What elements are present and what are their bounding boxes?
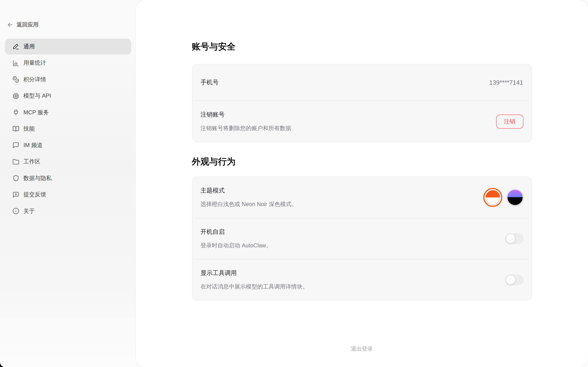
dark-theme-option[interactable] — [507, 189, 523, 206]
phone-row: 手机号 139****7141 — [192, 64, 532, 101]
sidebar-item-usage-stats[interactable]: 用量统计 — [5, 55, 131, 71]
account-card: 手机号 139****7141 注销账号 注销账号将删除您的账户和所有数据 注销 — [192, 64, 532, 142]
autostart-description: 登录时自动启动 AutoClaw。 — [201, 242, 272, 249]
sidebar-item-models-api[interactable]: 模型与 API — [5, 88, 131, 104]
sidebar-item-label: MCP 服务 — [24, 109, 49, 116]
light-theme-swatch — [485, 190, 500, 205]
sidebar-item-mcp[interactable]: MCP 服务 — [5, 104, 131, 120]
pencil-icon — [12, 43, 19, 50]
app-window: 返回应用 通用 用量统计 积分详情 模型与 API — [0, 0, 588, 367]
folder-icon — [12, 158, 19, 165]
theme-options — [483, 188, 523, 207]
sidebar: 返回应用 通用 用量统计 积分详情 模型与 API — [0, 0, 136, 367]
sidebar-item-label: 工作区 — [24, 158, 40, 165]
sidebar-item-label: 用量统计 — [24, 59, 46, 67]
logout-button[interactable]: 退出登录 — [351, 345, 373, 353]
message-icon — [12, 142, 19, 149]
theme-mode-row: 主题模式 选择橙白浅色或 Neon Noir 深色模式。 — [192, 177, 532, 218]
sidebar-item-general[interactable]: 通用 — [5, 39, 131, 54]
delete-account-description: 注销账号将删除您的账户和所有数据 — [201, 125, 291, 132]
sidebar-item-about[interactable]: 关于 — [5, 203, 131, 219]
autostart-row: 开机自启 登录时自动启动 AutoClaw。 — [192, 218, 532, 259]
arrow-left-icon — [7, 22, 13, 28]
sidebar-item-skills[interactable]: 技能 — [5, 121, 131, 137]
main-panel: 账号与安全 手机号 139****7141 注销账号 注销账号将删除您的账户和所… — [136, 0, 588, 367]
sidebar-item-label: 模型与 API — [24, 92, 51, 100]
delete-account-button[interactable]: 注销 — [496, 114, 523, 128]
coins-icon — [12, 76, 19, 83]
back-to-app-label: 返回应用 — [17, 21, 39, 28]
account-security-title: 账号与安全 — [192, 41, 532, 53]
sidebar-item-label: 积分详情 — [24, 76, 46, 83]
show-tool-calls-label: 显示工具调用 — [201, 269, 308, 277]
sidebar-item-label: 数据与隐私 — [24, 175, 52, 182]
sidebar-item-feedback[interactable]: 提交反馈 — [5, 187, 131, 202]
toggle-knob — [506, 275, 515, 284]
sidebar-item-label: 关于 — [24, 208, 35, 215]
toggle-knob — [506, 234, 515, 243]
theme-mode-description: 选择橙白浅色或 Neon Noir 深色模式。 — [201, 201, 297, 208]
light-theme-option[interactable] — [483, 188, 502, 207]
sidebar-item-label: 通用 — [24, 43, 35, 50]
bar-chart-icon — [12, 59, 19, 66]
autostart-toggle[interactable] — [505, 233, 523, 244]
book-open-icon — [12, 125, 19, 132]
phone-label: 手机号 — [201, 78, 219, 86]
sidebar-item-label: IM 频道 — [24, 142, 43, 149]
sidebar-item-data-privacy[interactable]: 数据与隐私 — [5, 170, 131, 186]
info-icon — [12, 208, 19, 214]
sidebar-item-workspace[interactable]: 工作区 — [5, 154, 131, 170]
back-to-app-button[interactable]: 返回应用 — [7, 21, 39, 28]
delete-account-row: 注销账号 注销账号将删除您的账户和所有数据 注销 — [192, 101, 532, 142]
sidebar-item-im-channels[interactable]: IM 频道 — [5, 137, 131, 153]
cpu-icon — [12, 92, 19, 99]
show-tool-calls-row: 显示工具调用 在对话消息中展示模型的工具调用详情块。 — [192, 259, 532, 300]
sidebar-item-credits[interactable]: 积分详情 — [5, 71, 131, 87]
message-plus-icon — [12, 191, 19, 198]
shield-icon — [12, 175, 19, 182]
appearance-title: 外观与行为 — [192, 156, 532, 167]
plug-icon — [12, 109, 19, 116]
sidebar-item-label: 提交反馈 — [24, 191, 46, 198]
autostart-label: 开机自启 — [201, 228, 272, 236]
theme-mode-label: 主题模式 — [201, 187, 297, 195]
show-tool-calls-description: 在对话消息中展示模型的工具调用详情块。 — [201, 283, 308, 291]
sidebar-item-label: 技能 — [24, 125, 35, 132]
appearance-card: 主题模式 选择橙白浅色或 Neon Noir 深色模式。 开机自启 登录时自动启… — [192, 177, 532, 301]
sidebar-nav: 通用 用量统计 积分详情 模型与 API MCP 服务 — [5, 39, 131, 220]
delete-account-label: 注销账号 — [201, 111, 291, 119]
phone-value: 139****7141 — [489, 79, 523, 86]
show-tool-calls-toggle[interactable] — [505, 275, 523, 285]
